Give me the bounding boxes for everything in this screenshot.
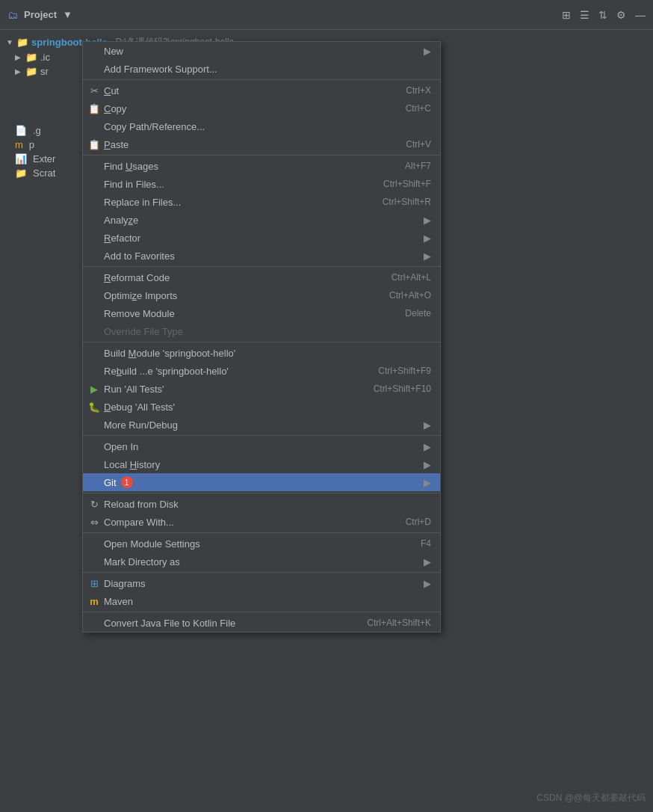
tree-label-ic: .ic xyxy=(40,52,50,63)
menu-paste-shortcut: Ctrl+V xyxy=(406,139,431,150)
reload-icon: ↻ xyxy=(87,499,101,510)
menu-copy-path[interactable]: Copy Path/Reference... xyxy=(83,117,440,135)
divider-2 xyxy=(83,155,440,156)
tree-expand-icon: ▼ xyxy=(6,38,13,46)
title-arrow[interactable]: ▼ xyxy=(63,9,72,20)
tree-label-sr: sr xyxy=(40,66,49,77)
menu-rebuild-shortcut: Ctrl+Shift+F9 xyxy=(378,366,431,376)
menu-find-usages[interactable]: Find Usages Alt+F7 xyxy=(83,157,440,175)
menu-override-type-label: Override File Type xyxy=(104,326,183,337)
menu-analyze-arrow: ▶ xyxy=(424,215,431,226)
tree-folder-icon-ic: 📁 xyxy=(25,52,37,63)
menu-add-framework[interactable]: Add Framework Support... xyxy=(83,60,440,78)
tree-icon-git: 📄 xyxy=(15,125,27,136)
debug-icon: 🐛 xyxy=(87,402,101,413)
menu-find-usages-shortcut: Alt+F7 xyxy=(405,161,431,171)
minimize-icon[interactable]: — xyxy=(635,9,646,21)
menu-convert-kotlin[interactable]: Convert Java File to Kotlin File Ctrl+Al… xyxy=(83,614,440,632)
menu-maven-label: Maven xyxy=(104,596,133,607)
menu-more-run[interactable]: More Run/Debug ▶ xyxy=(83,416,440,434)
menu-rebuild-module[interactable]: Rebuild ...e 'springboot-hello' Ctrl+Shi… xyxy=(83,362,440,380)
menu-convert-kotlin-label: Convert Java File to Kotlin File xyxy=(104,618,235,629)
tree-icon-external: 📊 xyxy=(15,153,27,164)
divider-3 xyxy=(83,266,440,267)
menu-remove-module[interactable]: Remove Module Delete xyxy=(83,304,440,322)
title-bar: 🗂 Project ▼ ⊞ ☰ ⇅ ⚙ — xyxy=(0,0,653,30)
menu-diagrams-label: Diagrams xyxy=(104,578,146,589)
menu-run-tests-label: Run 'All Tests' xyxy=(104,384,164,395)
settings-icon[interactable]: ⚙ xyxy=(616,9,626,21)
menu-copy-label: Copy xyxy=(104,103,126,114)
menu-remove-module-label: Remove Module xyxy=(104,308,175,319)
tree-expand-sr: ▶ xyxy=(15,67,22,76)
divider-1 xyxy=(83,79,440,80)
menu-find-files[interactable]: Find in Files... Ctrl+Shift+F xyxy=(83,175,440,193)
cut-icon: ✂ xyxy=(87,85,101,96)
divider-6 xyxy=(83,493,440,493)
menu-debug-tests-label: Debug 'All Tests' xyxy=(104,402,175,413)
menu-open-in[interactable]: Open In ▶ xyxy=(83,437,440,455)
list-icon[interactable]: ☰ xyxy=(580,9,589,21)
menu-find-usages-label: Find Usages xyxy=(104,161,158,172)
context-menu: New ▶ Add Framework Support... ✂ Cut Ctr… xyxy=(82,41,441,633)
menu-open-in-arrow: ▶ xyxy=(424,441,431,452)
menu-refactor-label: Refactor xyxy=(104,233,140,244)
menu-optimize-imports[interactable]: Optimize Imports Ctrl+Alt+O xyxy=(83,286,440,304)
menu-module-settings[interactable]: Open Module Settings F4 xyxy=(83,535,440,553)
menu-add-favorites[interactable]: Add to Favorites ▶ xyxy=(83,247,440,265)
menu-mark-dir-label: Mark Directory as xyxy=(104,556,180,568)
menu-open-in-label: Open In xyxy=(104,441,138,452)
menu-more-run-arrow: ▶ xyxy=(424,419,431,431)
divider-4 xyxy=(83,342,440,342)
menu-new[interactable]: New ▶ xyxy=(83,42,440,60)
menu-override-type: Override File Type xyxy=(83,322,440,340)
divider-9 xyxy=(83,612,440,612)
menu-local-history-label: Local History xyxy=(104,459,160,470)
menu-maven[interactable]: m Maven xyxy=(83,592,440,610)
menu-diagrams[interactable]: ⊞ Diagrams ▶ xyxy=(83,574,440,592)
tree-folder-icon: 📁 xyxy=(16,37,28,48)
menu-copy-shortcut: Ctrl+C xyxy=(406,103,431,114)
menu-reload[interactable]: ↻ Reload from Disk xyxy=(83,495,440,513)
menu-reformat-label: Reformat Code xyxy=(104,272,170,283)
tree-expand-ic: ▶ xyxy=(15,53,22,61)
menu-rebuild-module-label: Rebuild ...e 'springboot-hello' xyxy=(104,366,229,377)
menu-debug-tests[interactable]: 🐛 Debug 'All Tests' xyxy=(83,398,440,416)
layout-icon[interactable]: ⊞ xyxy=(562,9,571,21)
menu-paste[interactable]: 📋 Paste Ctrl+V xyxy=(83,135,440,153)
filter-icon[interactable]: ⇅ xyxy=(598,9,607,21)
menu-copy[interactable]: 📋 Copy Ctrl+C xyxy=(83,99,440,117)
menu-reformat[interactable]: Reformat Code Ctrl+Alt+L xyxy=(83,268,440,286)
menu-compare-with[interactable]: ⇔ Compare With... Ctrl+D xyxy=(83,513,440,531)
menu-add-favorites-label: Add to Favorites xyxy=(104,250,175,262)
menu-mark-dir[interactable]: Mark Directory as ▶ xyxy=(83,553,440,570)
menu-reload-label: Reload from Disk xyxy=(104,499,179,510)
menu-remove-shortcut: Delete xyxy=(405,308,431,319)
menu-local-history[interactable]: Local History ▶ xyxy=(83,455,440,473)
menu-replace-files-label: Replace in Files... xyxy=(104,197,181,208)
menu-cut-label: Cut xyxy=(104,85,119,96)
title-text: Project xyxy=(24,9,57,20)
menu-run-tests[interactable]: ▶ Run 'All Tests' Ctrl+Shift+F10 xyxy=(83,380,440,398)
menu-module-settings-shortcut: F4 xyxy=(421,538,431,549)
menu-copy-path-label: Copy Path/Reference... xyxy=(104,121,205,132)
menu-new-label: New xyxy=(104,46,123,57)
menu-paste-label: Paste xyxy=(104,139,129,150)
watermark-text: CSDN @@每天都要敲代码 xyxy=(536,793,646,803)
menu-more-run-label: More Run/Debug xyxy=(104,419,178,431)
tree-label-m: p xyxy=(29,139,34,150)
menu-build-module[interactable]: Build Module 'springboot-hello' xyxy=(83,344,440,362)
menu-cut[interactable]: ✂ Cut Ctrl+X xyxy=(83,81,440,99)
title-bar-controls: ⊞ ☰ ⇅ ⚙ — xyxy=(562,9,646,21)
maven-icon: m xyxy=(87,596,101,607)
menu-convert-kotlin-shortcut: Ctrl+Alt+Shift+K xyxy=(367,618,431,628)
menu-optimize-shortcut: Ctrl+Alt+O xyxy=(389,290,431,301)
menu-compare-with-label: Compare With... xyxy=(104,517,174,528)
menu-analyze[interactable]: Analyze ▶ xyxy=(83,211,440,229)
menu-refactor[interactable]: Refactor ▶ xyxy=(83,229,440,247)
menu-replace-files[interactable]: Replace in Files... Ctrl+Shift+R xyxy=(83,193,440,211)
menu-git[interactable]: Git 1 ▶ xyxy=(83,473,440,491)
tree-label-scratch: Scrat xyxy=(33,167,55,179)
tree-icon-scratch: 📁 xyxy=(15,167,27,179)
diagrams-icon: ⊞ xyxy=(87,578,101,589)
